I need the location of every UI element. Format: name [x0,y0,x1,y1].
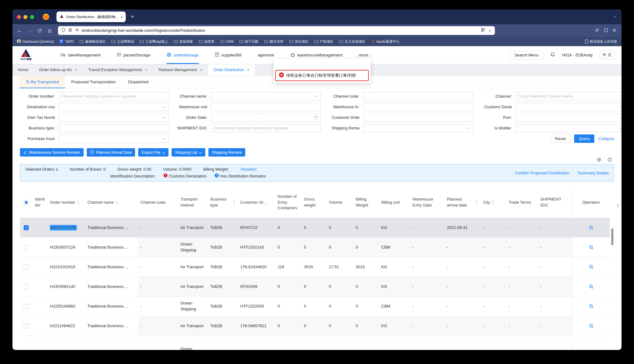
query-button[interactable]: Query [574,134,594,143]
close-window-button[interactable] [17,15,21,19]
back-icon[interactable]: ← [16,27,24,35]
filter-select[interactable] [59,103,168,111]
page-tab[interactable]: Release Management✕ [154,64,208,75]
zoom-in-action-icon[interactable] [572,316,610,336]
table-row[interactable]: H2211084622Traditional Business ...-Air … [20,316,614,336]
permissions-icon[interactable] [75,28,79,33]
column-header-city[interactable]: City [480,187,506,218]
filter-select[interactable] [211,92,321,100]
table-row[interactable]: H2303062142Traditional Business ...-Air … [20,277,614,297]
gear-icon[interactable] [597,157,602,163]
close-tab-icon[interactable]: ✕ [145,68,148,72]
toolbar-button-maintenance-service-remark[interactable]: Maintenance Service Remark [20,148,84,157]
refresh-icon[interactable] [607,157,612,163]
sub-tab[interactable]: To Be Transported [19,76,65,88]
page-tab[interactable]: Order follow-up list✕ [34,64,83,75]
table-row[interactable]: H2205189982Traditional Business ...-Ocea… [20,297,614,316]
filter-input[interactable] [59,124,168,132]
bookmark-item[interactable]: TAPD [59,39,74,44]
bookmark-item[interactable]: 五大连池项目 [339,39,365,44]
bookmark-item[interactable]: 安化项目 [289,39,309,44]
column-header-planned_arrival_date[interactable]: Planned arrival date [444,187,480,218]
sort-icon[interactable] [77,200,80,205]
bell-icon[interactable] [550,52,555,58]
close-tab-icon[interactable]: ✕ [200,68,202,72]
filter-input[interactable] [363,113,473,122]
zoom-window-button[interactable] [30,15,34,19]
select-all-checkbox[interactable] [20,198,32,207]
nav-item-takeManagement[interactable]: takeManagement [61,46,100,64]
mobile-bookmarks[interactable]: 移动设备上的书签 [585,39,617,44]
close-tab-icon[interactable]: ✕ [75,68,77,72]
bookmark-item[interactable]: Apollo配置中心 [371,39,400,44]
page-tab[interactable]: Home [12,64,34,75]
filter-input[interactable]: Please enter (multiple queries are separ… [59,92,168,100]
tab-close-icon[interactable]: × [120,15,123,19]
url-bar[interactable]: testtrunkbookingmgr.hart-worldwide.com/#… [58,26,495,35]
sort-icon[interactable] [491,200,494,205]
zoom-in-action-icon[interactable] [572,297,610,316]
menu-hamburger-icon[interactable]: ≡ [613,27,616,34]
column-header-business_type[interactable]: Business type [208,187,238,218]
forward-icon[interactable]: → [26,27,34,35]
filter-select[interactable] [515,113,622,122]
bookmark-item[interactable]: 数字乡村 [264,39,284,44]
filter-select[interactable] [59,113,168,122]
bookmark-item[interactable]: CRM [220,39,234,44]
toolbar-button-shipping-remark[interactable]: Shipping Remark [208,148,245,157]
sub-tab[interactable]: Dispatched [122,76,155,88]
panel-collapse-chevron-icon[interactable]: ‹ [617,200,620,210]
row-checkbox[interactable] [20,257,32,277]
zoom-in-action-icon[interactable] [572,257,610,277]
table-row[interactable]: ✓H2207227705Traditional Business ...-Air… [20,218,614,238]
sort-icon[interactable] [475,200,478,205]
row-checkbox[interactable] [20,316,32,336]
user-label[interactable]: H016 - 代伟Andy [562,52,593,58]
new-tab-button[interactable]: + [131,13,134,20]
bookmark-item[interactable]: 地查查 [199,39,215,44]
summary-action-summary-details[interactable]: Summary Details [578,171,609,175]
bookmark-star-icon[interactable]: ☆ [488,28,492,33]
table-row[interactable]: H2210152415Traditional Business ...-Air … [20,257,614,277]
language-toggle[interactable]: 中 文 [600,51,615,59]
bookmark-item[interactable]: 赫德物流项目 [80,39,106,44]
search-menu-button[interactable]: Search Menu [510,51,543,59]
row-checkbox[interactable] [20,297,32,316]
bookmark-item[interactable]: Dashboard [Jenkins] [17,39,54,44]
vertical-scrollbar-thumb[interactable] [611,228,613,245]
deselect-link[interactable]: Deselect [241,167,257,172]
bookmark-item[interactable]: 农场管家 [174,39,193,44]
sub-tab[interactable]: Proposed Transportation [65,76,122,88]
tab-list-chevron-icon[interactable]: ⌄ [613,14,617,18]
home-icon[interactable] [46,27,54,35]
table-row-partial[interactable]: Ocean [20,336,614,350]
nav-item-agement[interactable]: agement [258,46,274,64]
sync-icon[interactable] [595,28,599,34]
bookmark-item[interactable]: 燕子到家 [239,39,259,44]
filter-input[interactable] [363,92,473,100]
table-row[interactable]: H2303037224Traditional Business ...-Ocea… [20,238,614,257]
filter-date[interactable]: → [211,113,321,122]
summary-action-confirm-proposed-distribution[interactable]: Confirm Proposed Distribution [515,171,569,175]
row-checkbox[interactable] [20,277,32,296]
filter-input[interactable]: Fuzzy Matching Channel Name [515,92,622,100]
column-header-order_number[interactable]: Order number [47,187,85,218]
row-checkbox[interactable]: ✓ [20,218,32,237]
close-tab-icon[interactable]: ✕ [247,68,250,72]
nav-item-supplierBill[interactable]: supplierBill [215,46,241,64]
collapse-link[interactable]: Collapse [598,136,614,141]
column-header-channel_name[interactable]: Channel name [85,187,138,218]
browser-tab[interactable]: Order Distribution - 赫德国际物... × [56,12,126,22]
filter-select[interactable] [363,124,473,132]
qr-scan-icon[interactable] [481,28,485,33]
filter-input[interactable] [363,103,473,111]
filter-select[interactable] [59,134,168,143]
filter-input[interactable] [211,103,321,111]
nav-item-orderManage[interactable]: orderManage [167,46,198,64]
tracking-protection-shield-icon[interactable] [61,28,66,33]
insecure-lock-icon[interactable] [68,28,72,33]
filter-input[interactable]: Please enter (multiple queries are separ… [211,124,321,132]
shield-icon[interactable] [604,28,608,34]
toolbar-button-export-file[interactable]: Export File [138,148,168,157]
bookmark-item[interactable]: 产权项目 [314,39,334,44]
